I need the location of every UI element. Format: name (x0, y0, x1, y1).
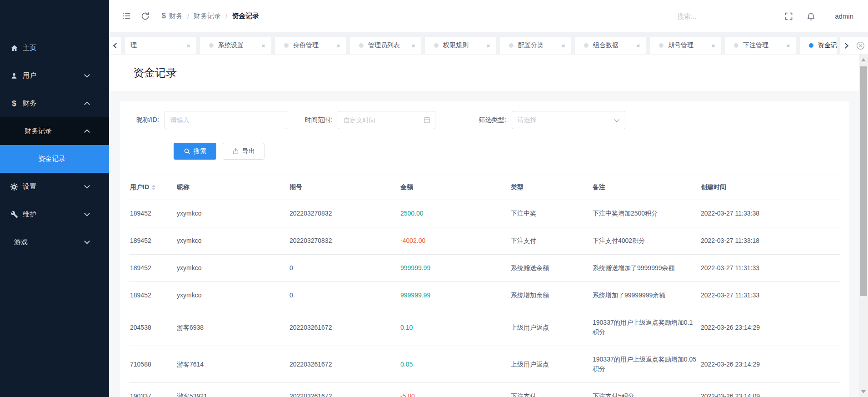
cell-nickname: 游客6938 (176, 309, 289, 346)
filter-type-label: 筛选类型: (479, 116, 506, 124)
export-button[interactable]: 导出 (223, 143, 264, 160)
cell-created: 2022-03-27 11:31:33 (700, 255, 840, 282)
global-search-input[interactable] (677, 12, 784, 20)
close-all-tabs-button[interactable] (853, 37, 868, 54)
tab-label: 系统设置 (218, 41, 259, 50)
cell-created: 2022-03-26 23:14:09 (700, 383, 840, 397)
sidebar-item-games[interactable]: 游戏 (0, 228, 109, 256)
cell-type: 上级用户返点 (510, 309, 592, 346)
breadcrumb: $ 财务 / 财务记录 / 资金记录 (162, 12, 259, 20)
tab-close-icon[interactable]: × (786, 42, 790, 50)
cell-user-id: 190337 (129, 383, 176, 397)
cell-nickname: yxymkco (176, 200, 289, 227)
cell-period: 202203270832 (289, 227, 399, 255)
cell-period: 0 (289, 255, 399, 282)
sidebar-item-home[interactable]: 主页 (0, 34, 109, 62)
tab[interactable]: 期号管理 × (650, 37, 721, 54)
breadcrumb-finance-records[interactable]: 财务记录 (194, 12, 221, 20)
cell-type: 系统增加余额 (510, 282, 592, 309)
search-icon (184, 148, 190, 155)
fund-records-table: 用户ID 昵称 期号 金额 类型 备注 创建时间 189452 yxymkco … (129, 175, 840, 397)
tab-dot-icon (584, 43, 589, 48)
records-card: 昵称/ID: 时间范围: 筛选类型: 请选择 搜索 导出 (120, 101, 849, 397)
cell-nickname: yxymkco (176, 282, 289, 309)
tab-close-icon[interactable]: × (336, 42, 340, 50)
sort-icon[interactable] (152, 185, 155, 190)
cell-user-id: 189452 (129, 255, 176, 282)
sidebar-item-label: 设置 (23, 182, 36, 191)
sidebar-item-label: 用户 (23, 71, 36, 80)
tab-close-icon[interactable]: × (636, 42, 640, 50)
chevron-down-icon (84, 183, 90, 189)
filter-type-select[interactable]: 请选择 (512, 111, 625, 129)
collapse-menu-icon[interactable] (121, 11, 131, 21)
breadcrumb-finance[interactable]: 财务 (169, 12, 183, 20)
time-range-label: 时间范围: (305, 116, 332, 124)
tab-close-icon[interactable]: × (561, 42, 565, 50)
tab-label: 下注管理 (743, 41, 783, 50)
cell-remark: 系统赠送增加了9999999余额 (592, 255, 700, 282)
tab[interactable]: 配置分类 × (500, 37, 571, 54)
tabs-scroll-right-button[interactable] (840, 37, 853, 54)
sidebar-item-finance-records[interactable]: 财务记录 (0, 117, 109, 145)
breadcrumb-current: 资金记录 (232, 12, 259, 20)
sidebar-item-users[interactable]: 用户 (0, 62, 109, 90)
scrollbar-down-arrow[interactable] (861, 390, 866, 393)
time-range-input[interactable] (338, 111, 435, 129)
cell-created: 2022-03-27 11:33:18 (700, 227, 840, 255)
tab-close-icon[interactable]: × (261, 42, 265, 50)
scrollbar-up-arrow[interactable] (861, 58, 866, 61)
sidebar-item-maintenance[interactable]: 维护 (0, 201, 109, 228)
cell-amount: 0.05 (399, 346, 510, 383)
cell-created: 2022-03-27 11:31:33 (700, 282, 840, 309)
search-button-label: 搜索 (194, 147, 206, 156)
column-user-id[interactable]: 用户ID (129, 175, 176, 200)
nickname-label: 昵称/ID: (136, 116, 159, 124)
tab[interactable]: 管理员列表 × (350, 37, 421, 54)
tab-dot-icon (509, 43, 514, 48)
bell-icon[interactable] (806, 11, 816, 21)
fullscreen-icon[interactable] (784, 11, 793, 21)
search-button[interactable]: 搜索 (174, 143, 216, 160)
sidebar-item-label: 财务 (23, 99, 36, 108)
user-menu[interactable]: admin (835, 12, 853, 20)
cell-amount: 999999.99 (399, 282, 510, 309)
tab-close-icon[interactable]: × (186, 42, 190, 50)
tab[interactable]: 权限规则 × (425, 37, 496, 54)
filter-row: 昵称/ID: 时间范围: 筛选类型: 请选择 (136, 101, 849, 129)
nickname-input[interactable] (165, 111, 287, 129)
sidebar-item-fund-records[interactable]: 资金记录 (0, 145, 109, 173)
tab[interactable]: 身份管理 × (275, 37, 346, 54)
tab[interactable]: 资金记录 × (800, 37, 837, 54)
cell-type: 上级用户返点 (510, 346, 592, 383)
cell-nickname: yxymkco (176, 255, 289, 282)
cell-period: 202203261672 (289, 346, 399, 383)
refresh-icon[interactable] (140, 11, 150, 21)
sidebar: 主页 用户 $ 财务 财务记录 资金记录 设置 维护 游戏 (0, 0, 109, 397)
cell-remark: 190337的用户上级返点奖励增加0.05积分 (592, 346, 700, 383)
scrollbar-thumb[interactable] (860, 66, 867, 296)
cell-amount: 0.10 (399, 309, 510, 346)
cell-period: 0 (289, 282, 399, 309)
tab[interactable]: 理 × (125, 37, 196, 54)
table-row: 190337 游客53921 202203261672 -5.00 下注支付 下… (129, 383, 840, 397)
tab[interactable]: 下注管理 × (725, 37, 796, 54)
sidebar-item-settings[interactable]: 设置 (0, 173, 109, 201)
export-icon (232, 148, 239, 155)
chevron-down-icon (84, 211, 90, 216)
tab-close-icon[interactable]: × (411, 42, 415, 50)
cell-remark: 190337的用户上级返点奖励增加0.1积分 (592, 309, 700, 346)
main-content: 资金记录 昵称/ID: 时间范围: 筛选类型: 请选择 搜索 (109, 55, 859, 397)
tab-close-icon[interactable]: × (486, 42, 490, 50)
tab[interactable]: 组合数据 × (575, 37, 646, 54)
tabs-scroll-left-button[interactable] (109, 37, 121, 54)
cell-remark: 下注支付5积分 (592, 383, 700, 397)
cell-type: 下注支付 (510, 227, 592, 255)
table-row: 189452 yxymkco 202203270832 2500.00 下注中奖… (129, 200, 840, 227)
chevron-up-icon (84, 129, 90, 135)
sidebar-item-finance[interactable]: $ 财务 (0, 90, 109, 117)
cell-amount: -5.00 (399, 383, 510, 397)
vertical-scrollbar (859, 55, 868, 397)
tab[interactable]: 系统设置 × (200, 37, 271, 54)
tab-close-icon[interactable]: × (711, 42, 715, 50)
